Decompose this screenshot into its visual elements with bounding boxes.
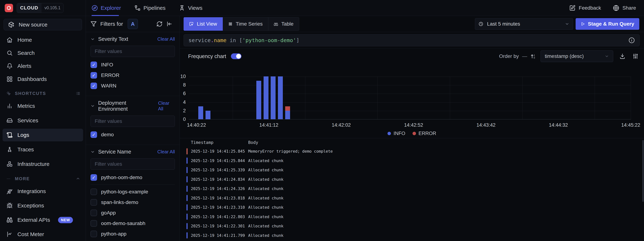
sidebar-item-label: Logs [18,132,29,138]
log-row[interactable]: 2025-12-19 14:41:23.818Allocated chunk [180,194,644,203]
column-settings-icon[interactable] [632,53,638,59]
legend-item-info[interactable]: INFO [388,131,405,136]
chevron-up-icon[interactable] [76,176,80,181]
sidebar-item-home[interactable]: Home [2,34,83,46]
filter-option[interactable]: ✓python-oom-demo [90,172,175,183]
share-button[interactable]: Share [613,5,636,11]
filter-option[interactable]: ✓WARN [90,80,175,91]
query-editor[interactable]: service.name in ['python-oom-demo'] [184,34,640,46]
sidebar-item-cost-meter[interactable]: Cost Meter [2,228,83,241]
tab-table[interactable]: Table [268,17,299,31]
log-row[interactable]: 2025-12-19 14:41:23.310Allocated chunk [180,203,644,212]
filter-values-input[interactable] [90,116,175,127]
checkbox[interactable]: ✓ [90,62,97,68]
bar-segment-info[interactable] [278,76,283,119]
nav-tab-explorer[interactable]: Explorer [92,0,121,16]
checkbox[interactable] [90,220,97,227]
vertical-scrollbar[interactable] [642,140,644,202]
log-row[interactable]: 2025-12-19 14:41:24.834Allocated chunk [180,175,644,184]
stage-run-query-button[interactable]: Stage & Run Query [576,18,639,30]
sidebar-item-infrastructure[interactable]: Infrastructure [2,158,83,170]
column-header-body[interactable]: Body [248,140,258,145]
feedback-button[interactable]: Feedback [569,5,601,11]
filter-values-input[interactable] [90,46,175,57]
sidebar-item-logs[interactable]: Logs [2,129,83,141]
filter-option[interactable]: ✓demo [90,130,175,140]
checkbox[interactable] [90,231,97,237]
query-row: service.name in ['python-oom-demo'] [180,32,644,49]
logs-table: Timestamp Body 2025-12-19 14:41:25.845Me… [180,138,644,241]
tab-list-view[interactable]: List View [184,17,223,31]
bar-segment-info[interactable] [271,76,276,119]
bar-segment-info[interactable] [285,111,290,119]
filter-option[interactable]: ✓ERROR [90,70,175,80]
sidebar-item-traces[interactable]: Traces [2,143,83,156]
bar-segment-info[interactable] [198,106,203,119]
clock-icon [479,22,483,26]
filter-option[interactable]: python-app [90,229,175,239]
severity-indicator [186,167,188,173]
more-header[interactable]: MORE [2,175,83,182]
log-row[interactable]: 2025-12-19 14:41:25.845MemoryError trigg… [180,147,644,156]
frequency-chart-toggle[interactable] [231,53,242,59]
download-icon[interactable] [619,53,626,59]
info-icon[interactable] [628,37,635,43]
checkbox[interactable] [90,199,97,206]
checkbox[interactable] [90,210,97,216]
y-axis-label: 10 [176,74,186,79]
sidebar-item-external-apis[interactable]: External APIs NEW [2,214,83,226]
new-source-button[interactable]: New source [4,19,82,30]
column-header-timestamp[interactable]: Timestamp [191,140,248,145]
sidebar-item-metrics[interactable]: Metrics [2,100,83,112]
sidebar-item-label: Infrastructure [18,161,50,167]
chevron-down-icon[interactable] [90,37,95,42]
filter-option[interactable]: goApp [90,208,175,218]
bar-segment-info[interactable] [206,111,210,119]
sidebar-item-search[interactable]: Search [2,47,83,59]
checkbox[interactable] [90,188,97,195]
clear-all-link[interactable]: Clear All [157,36,175,42]
nav-tab-views[interactable]: Views [179,0,202,16]
checkbox[interactable]: ✓ [90,82,97,89]
checkbox[interactable]: ✓ [90,174,97,181]
refresh-icon[interactable] [156,21,162,27]
sidebar-item-services[interactable]: Services [2,114,83,127]
log-row[interactable]: 2025-12-19 14:41:21.799Allocated chunk [180,231,644,240]
filter-option[interactable]: span-links-demo [90,197,175,208]
order-by-select[interactable]: timestamp (desc) [540,50,613,62]
sidebar-item-exceptions[interactable]: Exceptions [2,199,83,212]
filter-option[interactable]: python-logs-example [90,186,175,197]
clear-all-link[interactable]: Clear All [157,149,175,154]
bar-segment-error[interactable] [285,106,290,111]
bar-segment-info[interactable] [256,81,261,119]
log-row[interactable]: 2025-12-19 14:41:25.339Allocated chunk [180,165,644,175]
chevron-down-icon[interactable] [90,150,95,154]
filter-option[interactable]: ✓INFO [90,60,175,70]
log-row[interactable]: 2025-12-19 14:41:24.326Allocated chunk [180,184,644,194]
collapse-panel-icon[interactable] [166,21,172,27]
log-row[interactable]: 2025-12-19 14:41:25.844Allocated chunk [180,156,644,166]
sidebar-item-alerts[interactable]: Alerts [2,60,83,72]
query-chip-a[interactable]: A [128,19,138,29]
nav-tab-pipelines[interactable]: Pipelines [134,0,166,16]
sidebar-item-dashboards[interactable]: Dashboards [2,73,83,85]
list-settings-icon[interactable] [76,91,80,96]
checkbox[interactable]: ✓ [90,72,97,78]
tab-time-series[interactable]: Time Series [223,17,268,31]
clear-all-link[interactable]: Clear All [158,100,175,112]
filter-option[interactable]: oom-demo-saurabh [90,218,175,229]
cursor-click-icon [6,91,11,96]
query-token: name [214,37,226,43]
bell-icon [6,63,13,69]
chevron-down-icon[interactable] [90,104,95,108]
log-row[interactable]: 2025-12-19 14:41:22.301Allocated chunk [180,222,644,231]
bar-segment-info[interactable] [264,76,268,119]
legend-item-error[interactable]: ERROR [412,131,436,136]
checkbox[interactable]: ✓ [90,132,97,138]
sidebar-item-integrations[interactable]: Integrations [2,185,83,198]
log-row[interactable]: 2025-12-19 14:41:22.803Allocated chunk [180,212,644,222]
chart-plot-area: 024681014:40:2214:41:1214:42:0214:42:521… [189,76,631,120]
time-range-select[interactable]: Last 5 minutes [475,18,573,30]
app-logo-icon[interactable] [5,4,13,12]
filter-values-input[interactable] [90,158,175,170]
